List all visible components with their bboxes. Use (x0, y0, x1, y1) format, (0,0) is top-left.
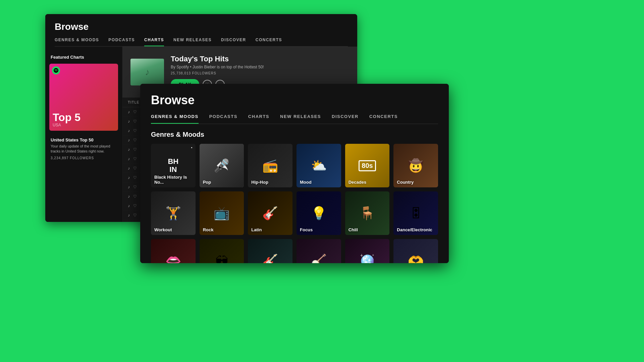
featured-chart-card[interactable]: Top 5 USA (49, 64, 118, 131)
music-icon: ♪ (128, 157, 130, 161)
front-window: Browse GENRES & MOODS PODCASTS CHARTS NE… (140, 84, 449, 263)
back-window-sidebar: Featured Charts Top 5 USA United States … (45, 47, 122, 222)
fw-nav-discover[interactable]: DISCOVER (332, 114, 359, 124)
hero-image: ♪ (130, 59, 164, 85)
heart-icon[interactable]: ♡ (133, 194, 137, 199)
hero-title: Today's Top Hits (171, 55, 349, 63)
music-icon: ♪ (128, 128, 130, 133)
genre-label-focus: Focus (300, 227, 313, 232)
music-icon: ♪ (128, 119, 130, 124)
title-column-header: TITLE (128, 100, 140, 104)
back-window-header: Browse GENRES & MOODS PODCASTS CHARTS NE… (45, 14, 357, 47)
back-window-title: Browse (55, 21, 348, 32)
genre-card-row3e[interactable]: 🪩 (345, 239, 390, 263)
genre-label-workout: Workout (154, 227, 172, 232)
music-icon: ♪ (128, 203, 130, 208)
genre-card-country[interactable]: 🤠 Country (393, 144, 438, 187)
music-icon: ♪ (128, 147, 130, 152)
hero-desc: By Spotify • Justin Bieber is on top of … (171, 65, 349, 69)
genre-label-pop: Pop (203, 180, 211, 185)
genre-card-chill[interactable]: 🪑 Chill (345, 191, 390, 235)
genre-label-chill: Chill (348, 227, 358, 232)
bw-nav-concerts[interactable]: CONCERTS (256, 38, 282, 46)
music-icon: ♪ (128, 110, 130, 114)
genre-card-row3b[interactable]: 🕶 (200, 239, 244, 263)
fw-nav-genres[interactable]: GENRES & MOODS (151, 114, 199, 124)
heart-icon[interactable]: ♡ (133, 185, 137, 189)
card-label: Top 5 (53, 112, 80, 123)
playlist-info: United States Top 50 Your daily update o… (45, 135, 122, 163)
heart-icon[interactable]: ♡ (133, 213, 137, 218)
back-window-nav: GENRES & MOODS PODCASTS CHARTS NEW RELEA… (55, 38, 348, 47)
genre-card-workout[interactable]: 🏋 Workout (151, 191, 196, 235)
genre-card-hiphop[interactable]: 📻 Hip-Hop (248, 144, 292, 187)
spotify-icon (52, 66, 60, 74)
front-window-header: Browse GENRES & MOODS PODCASTS CHARTS NE… (140, 84, 449, 124)
genre-card-dance[interactable]: 🎛 Dance/Electronic (393, 191, 438, 235)
music-icon: ♪ (128, 175, 130, 180)
genre-label-mood: Mood (300, 180, 312, 185)
heart-icon[interactable]: ♡ (133, 147, 137, 152)
heart-icon[interactable]: ♡ (133, 175, 137, 180)
genre-card-decades[interactable]: 80s Decades (345, 144, 390, 187)
heart-icon[interactable]: ♡ (133, 157, 137, 161)
playlist-desc: Your daily update of the most played tra… (51, 144, 117, 154)
heart-icon[interactable]: ♡ (133, 110, 137, 114)
bw-nav-new-releases[interactable]: NEW RELEASES (173, 38, 212, 46)
sidebar-section-title: Featured Charts (45, 52, 122, 64)
genre-card-latin[interactable]: 🎸 Latin (248, 191, 292, 235)
music-icon: ♪ (128, 185, 130, 189)
music-icon: ♪ (128, 194, 130, 199)
music-icon: ♪ (128, 166, 130, 171)
genre-card-row3c[interactable]: 🎸 (248, 239, 292, 263)
fw-nav-concerts[interactable]: CONCERTS (369, 114, 398, 124)
bw-nav-charts[interactable]: CHARTS (144, 38, 164, 46)
genres-content: Genres & Moods BHIN Black History Is No.… (140, 124, 449, 263)
genre-label-latin: Latin (251, 227, 262, 232)
genre-card-rock[interactable]: 📺 Rock (200, 191, 244, 235)
hero-image-inner: ♪ (130, 59, 164, 85)
bw-nav-podcasts[interactable]: PODCASTS (108, 38, 135, 46)
fw-nav-new-releases[interactable]: NEW RELEASES (280, 114, 321, 124)
genre-card-row3f[interactable]: 🫶 (393, 239, 438, 263)
heart-icon[interactable]: ♡ (133, 203, 137, 208)
sidebar-followers: 3,234,897 FOLLOWERS (51, 156, 117, 160)
genre-card-pop[interactable]: 🎤 Pop (200, 144, 244, 187)
genre-card-mood[interactable]: ⛅ Mood (297, 144, 341, 187)
genre-label-bhm: Black History Is No... (154, 175, 196, 185)
genre-label-country: Country (397, 180, 414, 185)
hero-followers: 25,738,013 FOLLOWERS (171, 71, 349, 75)
genre-label-hiphop: Hip-Hop (251, 180, 268, 185)
genre-grid: BHIN Black History Is No... 🎤 Pop (151, 144, 438, 263)
music-icon: ♪ (128, 138, 130, 142)
front-window-title: Browse (151, 93, 438, 107)
front-window-nav: GENRES & MOODS PODCASTS CHARTS NEW RELEA… (151, 114, 438, 124)
heart-icon[interactable]: ♡ (133, 119, 137, 124)
genre-label-decades: Decades (348, 180, 366, 185)
heart-icon[interactable]: ♡ (133, 138, 137, 142)
genre-label-rock: Rock (203, 227, 214, 232)
playlist-name: United States Top 50 (51, 137, 117, 142)
section-title: Genres & Moods (151, 131, 438, 138)
genre-card-row3d[interactable]: 🪕 (297, 239, 341, 263)
bw-nav-genres[interactable]: GENRES & MOODS (55, 38, 99, 46)
genre-card-bhm[interactable]: BHIN Black History Is No... (151, 144, 196, 187)
genre-card-focus[interactable]: 💡 Focus (297, 191, 341, 235)
music-icon: ♪ (128, 213, 130, 218)
card-sub: USA (53, 123, 80, 127)
bw-nav-discover[interactable]: DISCOVER (221, 38, 246, 46)
fw-nav-podcasts[interactable]: PODCASTS (209, 114, 237, 124)
heart-icon[interactable]: ♡ (133, 166, 137, 171)
fw-nav-charts[interactable]: CHARTS (248, 114, 269, 124)
heart-icon[interactable]: ♡ (133, 128, 137, 133)
genre-label-dance: Dance/Electronic (397, 227, 432, 232)
genre-card-row3a[interactable]: 👄 (151, 239, 196, 263)
